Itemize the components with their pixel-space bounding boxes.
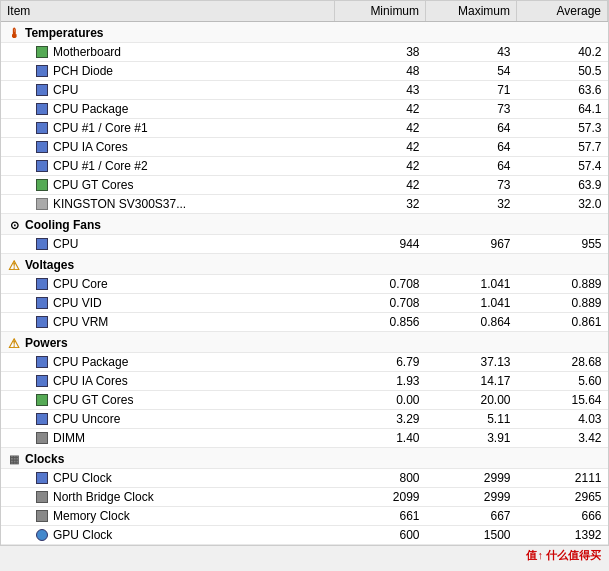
item-min-cell: 42 xyxy=(335,119,426,138)
table-row[interactable]: KINGSTON SV300S37... 32 32 32.0 xyxy=(1,195,608,214)
item-avg-cell: 28.68 xyxy=(517,353,608,372)
gpu-icon xyxy=(35,528,49,542)
cpu-icon xyxy=(35,355,49,369)
item-max-cell: 2999 xyxy=(426,469,517,488)
item-max-cell: 1.041 xyxy=(426,294,517,313)
item-min-cell: 661 xyxy=(335,507,426,526)
category-row-voltages: ⚠ Voltages xyxy=(1,254,608,275)
item-avg-cell: 64.1 xyxy=(517,100,608,119)
item-max-cell: 73 xyxy=(426,100,517,119)
item-min-cell: 1.93 xyxy=(335,372,426,391)
table-row[interactable]: GPU Clock 600 1500 1392 xyxy=(1,526,608,545)
item-max-cell: 64 xyxy=(426,138,517,157)
item-name-cell: CPU Package xyxy=(1,100,335,119)
item-label: CPU Core xyxy=(53,277,108,291)
item-min-cell: 42 xyxy=(335,100,426,119)
table-row[interactable]: CPU IA Cores 42 64 57.7 xyxy=(1,138,608,157)
table-row[interactable]: Memory Clock 661 667 666 xyxy=(1,507,608,526)
table-row[interactable]: CPU Package 42 73 64.1 xyxy=(1,100,608,119)
table-row[interactable]: CPU VID 0.708 1.041 0.889 xyxy=(1,294,608,313)
item-max-cell: 71 xyxy=(426,81,517,100)
category-row-temperatures: 🌡 Temperatures xyxy=(1,22,608,43)
item-max-cell: 1500 xyxy=(426,526,517,545)
item-min-cell: 2099 xyxy=(335,488,426,507)
item-max-cell: 37.13 xyxy=(426,353,517,372)
item-min-cell: 42 xyxy=(335,157,426,176)
table-row[interactable]: CPU VRM 0.856 0.864 0.861 xyxy=(1,313,608,332)
item-max-cell: 32 xyxy=(426,195,517,214)
item-min-cell: 48 xyxy=(335,62,426,81)
item-name-cell: CPU Clock xyxy=(1,469,335,488)
table-row[interactable]: PCH Diode 48 54 50.5 xyxy=(1,62,608,81)
table-row[interactable]: Motherboard 38 43 40.2 xyxy=(1,43,608,62)
mem-icon xyxy=(35,431,49,445)
table-row[interactable]: DIMM 1.40 3.91 3.42 xyxy=(1,429,608,448)
thermometer-icon: 🌡 xyxy=(7,26,21,40)
table-row[interactable]: CPU GT Cores 42 73 63.9 xyxy=(1,176,608,195)
item-label: North Bridge Clock xyxy=(53,490,154,504)
item-avg-cell: 32.0 xyxy=(517,195,608,214)
item-max-cell: 3.91 xyxy=(426,429,517,448)
item-max-cell: 1.041 xyxy=(426,275,517,294)
item-label: CPU #1 / Core #2 xyxy=(53,159,148,173)
item-label: CPU Clock xyxy=(53,471,112,485)
table-row[interactable]: CPU Clock 800 2999 2111 xyxy=(1,469,608,488)
table-row[interactable]: CPU Core 0.708 1.041 0.889 xyxy=(1,275,608,294)
item-name-cell: CPU IA Cores xyxy=(1,138,335,157)
item-max-cell: 73 xyxy=(426,176,517,195)
item-max-cell: 14.17 xyxy=(426,372,517,391)
item-avg-cell: 40.2 xyxy=(517,43,608,62)
item-avg-cell: 63.6 xyxy=(517,81,608,100)
mb-icon xyxy=(35,178,49,192)
category-row-clocks: ▦ Clocks xyxy=(1,448,608,469)
table-row[interactable]: CPU #1 / Core #2 42 64 57.4 xyxy=(1,157,608,176)
cpu-icon xyxy=(35,277,49,291)
category-label-voltages: Voltages xyxy=(25,258,74,272)
item-avg-cell: 57.3 xyxy=(517,119,608,138)
table-row[interactable]: CPU Package 6.79 37.13 28.68 xyxy=(1,353,608,372)
item-name-cell: CPU xyxy=(1,81,335,100)
item-name-cell: CPU Uncore xyxy=(1,410,335,429)
item-avg-cell: 63.9 xyxy=(517,176,608,195)
item-label: GPU Clock xyxy=(53,528,112,542)
table-row[interactable]: North Bridge Clock 2099 2999 2965 xyxy=(1,488,608,507)
table-header-row: Item Minimum Maximum Average xyxy=(1,1,608,22)
cpu-icon xyxy=(35,374,49,388)
cpu-icon xyxy=(35,64,49,78)
category-label-clocks: Clocks xyxy=(25,452,64,466)
item-label: CPU Package xyxy=(53,102,128,116)
item-avg-cell: 57.4 xyxy=(517,157,608,176)
item-min-cell: 3.29 xyxy=(335,410,426,429)
item-avg-cell: 0.889 xyxy=(517,294,608,313)
clock-icon: ▦ xyxy=(7,452,21,466)
table-row[interactable]: CPU #1 / Core #1 42 64 57.3 xyxy=(1,119,608,138)
item-min-cell: 32 xyxy=(335,195,426,214)
item-name-cell: DIMM xyxy=(1,429,335,448)
table-row[interactable]: CPU 944 967 955 xyxy=(1,235,608,254)
item-max-cell: 0.864 xyxy=(426,313,517,332)
item-avg-cell: 57.7 xyxy=(517,138,608,157)
item-name-cell: CPU Package xyxy=(1,353,335,372)
item-name-cell: CPU #1 / Core #1 xyxy=(1,119,335,138)
category-row-powers: ⚠ Powers xyxy=(1,332,608,353)
table-row[interactable]: CPU 43 71 63.6 xyxy=(1,81,608,100)
item-min-cell: 6.79 xyxy=(335,353,426,372)
item-label: CPU IA Cores xyxy=(53,374,128,388)
table-row[interactable]: CPU GT Cores 0.00 20.00 15.64 xyxy=(1,391,608,410)
item-min-cell: 0.708 xyxy=(335,275,426,294)
item-name-cell: Memory Clock xyxy=(1,507,335,526)
item-min-cell: 600 xyxy=(335,526,426,545)
item-label: CPU xyxy=(53,237,78,251)
cpu-icon xyxy=(35,140,49,154)
table-row[interactable]: CPU Uncore 3.29 5.11 4.03 xyxy=(1,410,608,429)
mb-icon xyxy=(35,45,49,59)
item-name-cell: Motherboard xyxy=(1,43,335,62)
item-avg-cell: 666 xyxy=(517,507,608,526)
item-min-cell: 38 xyxy=(335,43,426,62)
item-label: PCH Diode xyxy=(53,64,113,78)
item-max-cell: 20.00 xyxy=(426,391,517,410)
category-cell-temperatures: 🌡 Temperatures xyxy=(1,22,608,43)
item-name-cell: CPU GT Cores xyxy=(1,176,335,195)
item-max-cell: 5.11 xyxy=(426,410,517,429)
table-row[interactable]: CPU IA Cores 1.93 14.17 5.60 xyxy=(1,372,608,391)
